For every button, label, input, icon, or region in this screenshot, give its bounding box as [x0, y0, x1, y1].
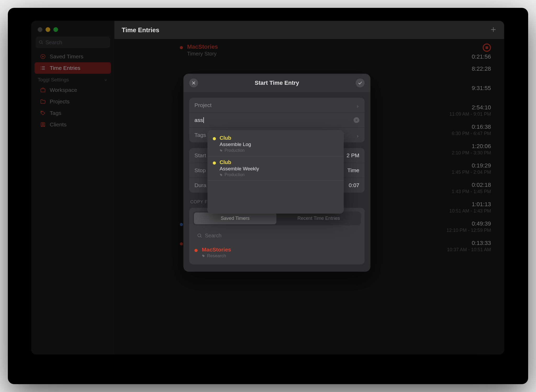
add-entry-button[interactable]	[490, 26, 497, 34]
field-label: Project	[194, 102, 353, 108]
description-input-value: ass	[194, 117, 203, 123]
svg-point-4	[41, 66, 41, 67]
modal-search-input[interactable]	[205, 233, 357, 239]
svg-rect-14	[485, 46, 488, 49]
modal-confirm-button[interactable]	[356, 79, 365, 87]
field-value: 0:07	[349, 182, 359, 188]
svg-point-5	[41, 68, 41, 68]
sidebar-item-tags[interactable]: Tags	[35, 107, 111, 119]
sidebar-item-saved-timers[interactable]: Saved Timers	[35, 51, 111, 62]
app-window: Saved Timers Time Entries Toggl Settings…	[31, 21, 504, 354]
modal-title: Start Time Entry	[255, 80, 299, 86]
ac-detail: Assemble Log	[220, 142, 251, 147]
clear-input-button[interactable]	[354, 117, 359, 123]
close-window-button[interactable]	[38, 27, 42, 32]
chevron-right-icon	[356, 133, 359, 137]
entry-duration: 0:19:29	[452, 162, 491, 169]
svg-rect-7	[41, 89, 45, 92]
entry-duration: 0:13:33	[447, 240, 491, 247]
minimize-window-button[interactable]	[46, 27, 50, 32]
sidebar-item-label: Clients	[50, 121, 66, 128]
entry-time-range: 10:37 AM - 10:51 AM	[447, 247, 491, 253]
field-value: 2 PM	[347, 152, 359, 159]
entry-duration: 0:02:18	[452, 182, 491, 188]
sidebar-item-label: Projects	[50, 98, 70, 105]
stop-timer-button[interactable]	[483, 43, 491, 52]
entry-duration: 0:16:38	[452, 124, 491, 130]
folder-icon	[40, 98, 46, 105]
sidebar-search-input[interactable]	[46, 40, 107, 46]
sidebar-section-toggl-settings[interactable]: Toggl Settings	[31, 74, 114, 84]
copy-from-group: Saved Timers Recent Time Entries MacStor…	[189, 208, 365, 264]
entry-duration: 2:54:10	[449, 104, 491, 111]
tag-icon	[40, 110, 46, 116]
sidebar-item-workspace[interactable]: Workspace	[35, 84, 111, 96]
svg-point-6	[41, 69, 41, 70]
window-controls	[31, 21, 114, 35]
search-icon	[197, 233, 202, 238]
check-icon	[358, 81, 362, 85]
segment-saved-timers[interactable]: Saved Timers	[194, 212, 276, 224]
x-icon	[355, 119, 358, 121]
ac-tag: Production	[220, 172, 259, 177]
start-time-entry-modal: Start Time Entry Project ass	[183, 74, 370, 272]
autocomplete-item[interactable]: Club Assemble Weekly Production	[208, 156, 344, 181]
tag-icon	[220, 173, 223, 177]
maximize-window-button[interactable]	[53, 27, 58, 32]
project-dot	[213, 137, 216, 140]
modal-close-button[interactable]	[189, 79, 198, 87]
tag-icon	[220, 149, 223, 152]
ac-project: Club	[220, 159, 259, 165]
sidebar: Saved Timers Time Entries Toggl Settings…	[31, 21, 114, 354]
entry-duration: 0:21:56	[472, 53, 491, 60]
sidebar-item-label: Tags	[50, 110, 61, 116]
project-dot	[213, 161, 216, 165]
sidebar-item-clients[interactable]: Clients	[35, 119, 111, 130]
sidebar-item-label: Time Entries	[50, 65, 80, 71]
entry-duration: 8:22:28	[472, 65, 491, 72]
svg-point-8	[41, 111, 42, 112]
entry-time-range: 10:51 AM - 1:43 PM	[449, 208, 491, 214]
sidebar-search[interactable]	[36, 37, 110, 48]
timer-project: MacStories	[202, 247, 231, 253]
project-dot	[194, 249, 198, 252]
sidebar-item-label: Workspace	[50, 87, 77, 93]
ac-detail: Assemble Weekly	[220, 166, 259, 172]
clients-icon	[40, 121, 46, 128]
entry-duration: 1:01:13	[449, 201, 491, 208]
project-field[interactable]: Project	[189, 98, 365, 113]
chevron-down-icon	[104, 78, 108, 82]
modal-header: Start Time Entry	[183, 74, 370, 92]
entry-time-range: 1:45 PM - 2:04 PM	[452, 170, 491, 175]
running-entry[interactable]: MacStories Timery Story 0:21:56	[114, 41, 504, 63]
saved-timer-item[interactable]: MacStories Research	[193, 242, 361, 263]
autocomplete-item[interactable]: Club Assemble Log Production	[208, 132, 344, 156]
ac-project: Club	[220, 135, 251, 141]
entry-time-range: 2:10 PM - 3:30 PM	[452, 150, 491, 156]
entry-duration: 9:31:55	[472, 85, 491, 92]
play-circle-icon	[40, 53, 46, 60]
project-dot	[180, 242, 183, 245]
description-field[interactable]: ass	[189, 113, 365, 128]
field-value: Time	[347, 167, 359, 173]
modal-search[interactable]	[193, 229, 361, 242]
page-title: Time Entries	[122, 26, 159, 34]
search-icon	[39, 40, 43, 45]
timer-tag: Research	[202, 253, 231, 259]
tag-icon	[202, 254, 205, 258]
segment-recent-entries[interactable]: Recent Time Entries	[277, 212, 360, 224]
project-dot	[180, 223, 183, 226]
sidebar-item-projects[interactable]: Projects	[35, 96, 111, 107]
entry-time-range: 12:10 PM - 12:59 PM	[446, 228, 491, 233]
sidebar-item-time-entries[interactable]: Time Entries	[35, 62, 111, 74]
list-icon	[40, 65, 46, 71]
sidebar-item-label: Saved Timers	[50, 53, 83, 60]
chevron-right-icon	[356, 103, 359, 107]
entry-detail: Timery Story	[187, 51, 218, 57]
entry-duration: 0:49:39	[446, 220, 491, 227]
toolbar: Time Entries	[114, 21, 504, 39]
entry-time-range: 11:09 AM - 9:01 PM	[449, 111, 491, 117]
entry-project: MacStories	[187, 43, 218, 50]
close-icon	[191, 81, 196, 85]
section-label: Toggl Settings	[38, 77, 69, 83]
